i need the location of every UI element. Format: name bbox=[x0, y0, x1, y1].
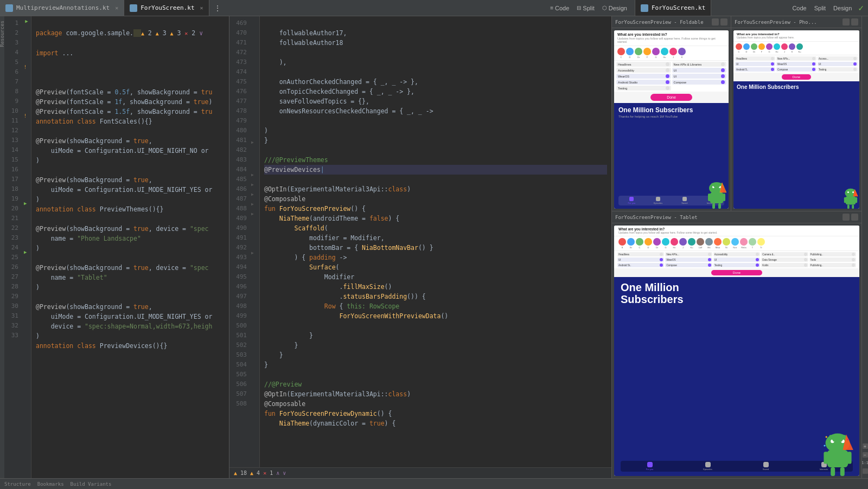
resource-label: Resources bbox=[0, 16, 5, 52]
tablet-title: ForYouScreenPreview - Tablet bbox=[615, 215, 698, 220]
svg-rect-27 bbox=[831, 467, 835, 476]
tab-foryou-right[interactable]: ForYouScreen.kt bbox=[635, 0, 711, 16]
gutter-left: ▶ ! ! ▶ ▶ bbox=[22, 16, 31, 478]
build-variants-label: Build Variants bbox=[71, 481, 112, 487]
subscribers-sub-foldable: Thanks for helping us reach 1M YouTube bbox=[618, 115, 724, 118]
android-mascot-tablet bbox=[821, 433, 854, 476]
line-numbers-left: 12345 678910 1112131415 1617181920 21222… bbox=[4, 16, 22, 478]
tab-more-options[interactable]: ⋮ bbox=[209, 4, 226, 12]
subscribers-title-tablet: One MillionSubscribers bbox=[621, 281, 853, 305]
done-button-tablet[interactable]: Done bbox=[711, 270, 762, 275]
bookmarks-label: Bookmarks bbox=[37, 481, 64, 487]
phone-preview-panel: ForYouScreenPreview - Pho... What are yo… bbox=[731, 16, 861, 211]
android-mascot-foldable bbox=[707, 182, 726, 209]
close-icon[interactable]: ✕ bbox=[115, 5, 118, 11]
foldable-preview-header: ForYouScreenPreview - Foldable bbox=[612, 16, 731, 28]
svg-rect-24 bbox=[827, 450, 848, 467]
bottom-bar: Structure Bookmarks Build Variants bbox=[0, 478, 868, 489]
tab-multipreview[interactable]: MultipreviewAnnotations.kt ✕ bbox=[0, 0, 124, 16]
foldable-title: ForYouScreenPreview - Foldable bbox=[615, 20, 704, 25]
tab-label-2: ForYouScreen.kt bbox=[141, 4, 194, 11]
svg-rect-26 bbox=[847, 452, 852, 464]
foldable-header-text: What are you interested in? bbox=[617, 33, 725, 36]
svg-point-14 bbox=[852, 191, 854, 193]
design-icon: ⬡ bbox=[602, 5, 607, 11]
warnings-bar-right: ▲18 ▲4 ✕1 ∧ ∨ bbox=[229, 467, 611, 478]
zoom-fit-button[interactable]: 1:1 bbox=[861, 461, 868, 465]
code-content-left: package com.google.sample. ▲ 2 ▲ 3 ▲ 3 ✕… bbox=[31, 16, 229, 478]
foldable-sub-text: Updates from topics you follow will appe… bbox=[617, 37, 725, 43]
subscribers-title-phone: One Million Subscribers bbox=[737, 84, 856, 91]
right-sidebar: + − 1:1 bbox=[861, 16, 868, 478]
zoom-out-button[interactable]: − bbox=[863, 452, 868, 458]
preview-area: ForYouScreenPreview - Foldable What are … bbox=[612, 16, 861, 478]
svg-point-34 bbox=[824, 445, 825, 446]
svg-rect-7 bbox=[718, 203, 721, 209]
foldable-preview-panel: ForYouScreenPreview - Foldable What are … bbox=[612, 16, 731, 211]
split-icon: ⊟ bbox=[577, 5, 581, 11]
phone-preview-header: ForYouScreenPreview - Pho... bbox=[731, 16, 861, 28]
structure-label: Structure bbox=[4, 481, 31, 487]
line-numbers-right: 469470471472473 474475476477478 47948048… bbox=[229, 16, 250, 467]
android-mascot-phone bbox=[843, 188, 858, 209]
phone-title: ForYouScreenPreview - Pho... bbox=[735, 20, 817, 25]
done-button-phone[interactable]: Done bbox=[782, 74, 811, 80]
checkmark-icon: ✓ bbox=[858, 3, 864, 13]
tablet-action-1[interactable] bbox=[843, 214, 850, 221]
design-view-button[interactable]: ⬡ Design bbox=[599, 4, 630, 12]
tablet-header-text: What are you interested in? bbox=[618, 227, 855, 231]
tab-label-3: ForYouScreen.kt bbox=[652, 4, 705, 11]
svg-point-32 bbox=[826, 436, 827, 437]
code-icon: ≡ bbox=[550, 5, 553, 11]
svg-rect-19 bbox=[852, 204, 854, 209]
tablet-preview-header: ForYouScreenPreview - Tablet bbox=[612, 211, 861, 223]
svg-rect-17 bbox=[855, 197, 857, 203]
expand-button[interactable] bbox=[863, 468, 868, 474]
phone-action-1[interactable] bbox=[843, 18, 850, 25]
kotlin-icon-2 bbox=[130, 4, 137, 12]
svg-point-13 bbox=[847, 191, 849, 193]
svg-rect-15 bbox=[846, 196, 856, 204]
svg-point-33 bbox=[847, 439, 849, 440]
split-view-button[interactable]: ⊟ Split bbox=[573, 4, 597, 12]
tablet-preview-panel: ForYouScreenPreview - Tablet What are yo… bbox=[612, 211, 861, 478]
svg-rect-28 bbox=[840, 467, 845, 476]
tablet-action-2[interactable] bbox=[851, 214, 858, 221]
code-view-right[interactable]: Code bbox=[789, 4, 809, 12]
svg-rect-5 bbox=[723, 194, 725, 201]
svg-rect-16 bbox=[844, 197, 846, 203]
done-button-foldable[interactable]: Done bbox=[650, 94, 692, 101]
split-view-right[interactable]: Split bbox=[811, 4, 829, 12]
gutter-right: ▶ ▶ ▶ ▶ ▶ ▶ ▶ bbox=[250, 16, 260, 467]
svg-rect-4 bbox=[708, 194, 711, 201]
subscribers-title-foldable: One Million Subscribers bbox=[618, 106, 724, 114]
preview-action-2[interactable] bbox=[720, 18, 727, 25]
zoom-in-button[interactable]: + bbox=[863, 443, 868, 449]
svg-rect-6 bbox=[712, 203, 715, 209]
kotlin-icon bbox=[5, 4, 13, 12]
close-icon-2[interactable]: ✕ bbox=[200, 5, 203, 11]
sidebar: Resources bbox=[0, 16, 4, 478]
right-editor-panel: 469470471472473 474475476477478 47948048… bbox=[229, 16, 612, 478]
kotlin-icon-3 bbox=[641, 4, 648, 12]
design-view-right[interactable]: Design bbox=[830, 4, 855, 12]
preview-action-1[interactable] bbox=[712, 18, 719, 25]
left-editor-panel: 12345 678910 1112131415 1617181920 21222… bbox=[4, 16, 229, 478]
svg-rect-18 bbox=[847, 204, 850, 209]
code-content-right: follwableAuthor17, follwableAuthor18 ), … bbox=[260, 16, 611, 467]
svg-rect-3 bbox=[710, 192, 723, 203]
tab-label: MultipreviewAnnotations.kt bbox=[16, 4, 110, 11]
svg-rect-25 bbox=[824, 452, 828, 464]
code-view-button[interactable]: ≡ Code bbox=[547, 4, 572, 12]
phone-action-2[interactable] bbox=[851, 18, 858, 25]
tab-foryou[interactable]: ForYouScreen.kt ✕ bbox=[124, 0, 209, 16]
